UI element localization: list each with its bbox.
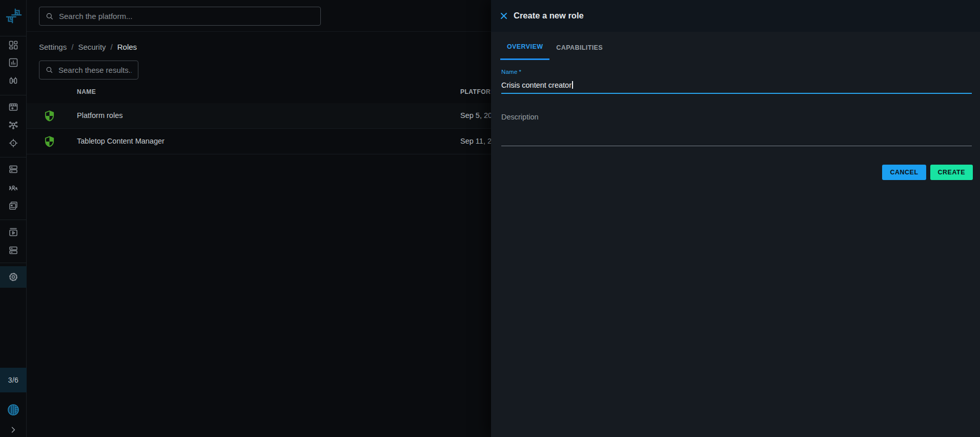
text-cursor xyxy=(572,81,573,89)
usage-indicator: 3/6 xyxy=(0,368,27,392)
expand-sidebar-button[interactable] xyxy=(9,426,17,434)
sidebar-divider xyxy=(0,220,27,220)
global-search[interactable] xyxy=(39,7,321,26)
sidebar-item-dashboard[interactable] xyxy=(0,36,27,54)
breadcrumb-roles: Roles xyxy=(117,43,137,51)
chevron-right-icon xyxy=(9,426,17,434)
search-icon xyxy=(46,66,53,74)
sidebar-item-settings[interactable] xyxy=(0,266,27,288)
role-name: Platform roles xyxy=(77,111,122,120)
results-search[interactable] xyxy=(39,61,138,80)
sidebar-item-detections[interactable] xyxy=(0,134,27,152)
sidebar-divider xyxy=(0,95,27,95)
drawer-header: Create a new role xyxy=(491,0,980,32)
sidebar-item-storage[interactable] xyxy=(0,242,27,259)
usage-label: 3/6 xyxy=(8,376,18,384)
settings-gear-icon xyxy=(8,271,19,283)
breadcrumb-separator: / xyxy=(111,43,113,51)
role-shield-icon xyxy=(44,135,55,148)
tab-overview[interactable]: OVERVIEW xyxy=(500,32,549,60)
search-icon xyxy=(46,12,54,21)
crosshair-icon xyxy=(8,138,18,148)
sidebar-item-cards[interactable] xyxy=(0,197,27,214)
sidebar-item-analytics[interactable] xyxy=(0,54,27,71)
cancel-button[interactable]: CANCEL xyxy=(882,165,926,180)
sidebar-item-servers[interactable] xyxy=(0,161,27,178)
sidebar-divider xyxy=(0,263,27,263)
clapperboard-icon xyxy=(8,102,18,112)
close-drawer-button[interactable] xyxy=(499,11,508,21)
servers-icon xyxy=(8,164,18,174)
app-root: 3/6 Settings / Security / Roles xyxy=(0,0,980,437)
tab-capabilities[interactable]: CAPABILITIES xyxy=(549,32,609,60)
breadcrumb-security[interactable]: Security xyxy=(78,43,106,51)
name-input-underline xyxy=(501,93,972,94)
media-player-icon xyxy=(8,227,18,237)
required-asterisk: * xyxy=(519,69,521,75)
dashboard-icon xyxy=(8,40,18,50)
drawer-title: Create a new role xyxy=(514,11,584,21)
column-header-name: NAME xyxy=(77,88,96,95)
name-field-label: Name* xyxy=(501,69,521,75)
drawer-actions: CANCEL CREATE xyxy=(882,165,973,180)
role-description-input[interactable] xyxy=(501,108,972,146)
sidebar-item-explore[interactable] xyxy=(0,72,27,89)
breadcrumb-settings[interactable]: Settings xyxy=(39,43,67,51)
sidebar-divider xyxy=(0,157,27,157)
global-search-input[interactable] xyxy=(59,12,314,21)
breadcrumb: Settings / Security / Roles xyxy=(39,43,137,51)
description-field-label: Description xyxy=(501,113,539,121)
team-icon xyxy=(8,183,18,193)
sidebar-item-scenes[interactable] xyxy=(0,98,27,115)
create-role-drawer: Create a new role OVERVIEW CAPABILITIES … xyxy=(491,0,980,437)
binoculars-icon xyxy=(8,75,18,86)
role-name: Tabletop Content Manager xyxy=(77,137,165,145)
drawer-tabs: OVERVIEW CAPABILITIES xyxy=(500,32,609,60)
sidebar-item-media[interactable] xyxy=(0,223,27,241)
role-platform-date: Sep 11, 20 xyxy=(460,137,496,145)
storage-icon xyxy=(8,245,18,255)
close-icon xyxy=(500,12,507,19)
sidebar-item-team[interactable] xyxy=(0,180,27,197)
create-button[interactable]: CREATE xyxy=(930,165,973,180)
sidebar: 3/6 xyxy=(0,0,27,437)
role-name-input[interactable]: Crisis content creator xyxy=(501,81,573,89)
network-graph-icon xyxy=(8,120,18,130)
description-input-underline xyxy=(501,146,972,146)
org-avatar[interactable] xyxy=(7,403,20,416)
breadcrumb-separator: / xyxy=(71,43,73,51)
globe-icon xyxy=(7,403,20,416)
role-shield-icon xyxy=(44,110,55,122)
analytics-icon xyxy=(8,57,18,68)
app-logo[interactable] xyxy=(5,7,23,25)
cards-icon xyxy=(8,201,18,211)
results-search-input[interactable] xyxy=(58,66,132,74)
logo-icon xyxy=(5,7,23,25)
sidebar-item-graph[interactable] xyxy=(0,116,27,134)
